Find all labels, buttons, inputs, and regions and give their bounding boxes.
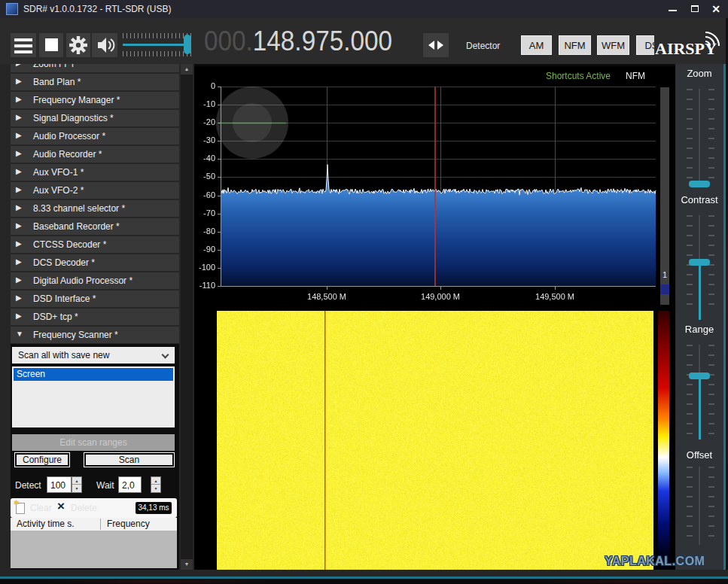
delete-button[interactable]: Delete xyxy=(71,503,97,513)
step-down-icon[interactable] xyxy=(428,41,434,50)
sidebar-item[interactable]: ▶CTCSS Decoder * xyxy=(11,236,179,253)
sidebar-item[interactable]: ▶Zoom FFT * xyxy=(11,64,179,72)
wait-input[interactable]: 2,0 xyxy=(118,476,142,493)
sidebar-item[interactable]: ▶Audio Recorder * xyxy=(11,146,179,163)
spectrum-canvas[interactable] xyxy=(194,66,675,309)
triangle-collapsed-icon: ▶ xyxy=(16,275,22,284)
triangle-collapsed-icon: ▶ xyxy=(16,131,22,139)
waterfall-canvas[interactable] xyxy=(217,311,653,570)
waterfall-display[interactable] xyxy=(194,309,675,570)
detector-label: Detector xyxy=(466,41,500,51)
yaplakal-watermark: YAPLAKAL.COM xyxy=(605,555,705,568)
sidebar-item[interactable]: ▶Frequency Manager * xyxy=(11,92,179,108)
triangle-collapsed-icon: ▶ xyxy=(16,95,22,103)
triangle-collapsed-icon: ▶ xyxy=(16,167,22,175)
sidebar-item-label: Frequency Scanner * xyxy=(33,330,118,340)
close-button[interactable]: ✕ xyxy=(708,3,724,15)
app-icon xyxy=(6,3,18,15)
volume-mute-button[interactable] xyxy=(92,33,117,57)
sidebar-item-label: Audio Processor * xyxy=(33,131,105,141)
volume-ruler-bottom xyxy=(123,51,193,56)
detect-spinner[interactable]: ▲▼ xyxy=(72,476,82,493)
frequency-step-buttons[interactable] xyxy=(423,33,449,57)
mode-button-nfm[interactable]: NFM xyxy=(559,35,591,55)
settings-gear-button[interactable] xyxy=(66,33,90,57)
wait-spinner[interactable]: ▲▼ xyxy=(151,476,161,493)
sidebar-item[interactable]: ▼Frequency Scanner * xyxy=(11,327,179,343)
sidebar-item[interactable]: ▶Aux VFO-2 * xyxy=(11,182,179,199)
scan-range-selected-item[interactable]: Screen xyxy=(14,368,173,381)
edit-scan-ranges-button[interactable]: Edit scan ranges xyxy=(12,434,175,451)
volume-slider[interactable] xyxy=(120,33,196,57)
zoom-slider-track[interactable] xyxy=(699,89,700,187)
display-controls-panel: ZoomContrastRangeOffset xyxy=(675,64,723,570)
sidebar-item[interactable]: ▶Signal Diagnostics * xyxy=(11,110,179,126)
spectrum-mode-label: NFM xyxy=(626,71,645,81)
scan-range-listbox[interactable]: Screen xyxy=(12,367,175,427)
offset-slider-track[interactable] xyxy=(699,467,700,545)
maximize-button[interactable] xyxy=(687,3,703,15)
sidebar-item[interactable]: ▶DCS Decoder * xyxy=(11,254,179,271)
range-slider-thumb[interactable] xyxy=(689,373,710,379)
stop-button[interactable] xyxy=(39,33,63,57)
triangle-collapsed-icon: ▶ xyxy=(16,203,22,211)
sidebar-item[interactable]: ▶DSD+ tcp * xyxy=(11,309,179,325)
sidebar-item[interactable]: ▶Audio Processor * xyxy=(11,128,179,144)
sidebar-item-label: Audio Recorder * xyxy=(33,149,102,160)
delete-x-icon[interactable]: × xyxy=(57,499,65,514)
sidebar-item[interactable]: ▶Aux VFO-1 * xyxy=(11,164,179,181)
sidebar-item-label: CTCSS Decoder * xyxy=(33,239,106,250)
sidebar-item-label: 8.33 channel selector * xyxy=(33,203,125,214)
step-up-icon[interactable] xyxy=(437,41,443,50)
band-indicator-bar[interactable]: 1 xyxy=(660,87,669,305)
triangle-collapsed-icon: ▶ xyxy=(16,185,22,193)
scroll-down-icon[interactable]: ▼ xyxy=(181,559,193,570)
sidebar-item[interactable]: ▶Band Plan * xyxy=(11,74,179,90)
frequency-display[interactable]: 000.148.975.000 xyxy=(204,24,392,59)
main-toolbar: 000.148.975.000 Detector AM NFM WFM DS A… xyxy=(0,18,728,64)
bottom-glow xyxy=(45,579,271,584)
sidebar-item-label: Aux VFO-1 * xyxy=(33,167,84,178)
sidebar-item[interactable]: ▶Baseband Recorder * xyxy=(11,218,179,235)
gear-icon xyxy=(66,33,90,57)
mode-button-am[interactable]: AM xyxy=(521,35,552,55)
menu-button[interactable] xyxy=(11,33,36,57)
minimize-button[interactable] xyxy=(664,3,681,15)
latency-badge: 34,13 ms xyxy=(136,502,172,514)
detect-input[interactable]: 100 xyxy=(47,476,72,493)
radio-waves-icon xyxy=(702,26,723,47)
clear-button[interactable]: Clear xyxy=(30,503,52,513)
bottom-strip xyxy=(0,570,728,576)
triangle-collapsed-icon: ▶ xyxy=(16,77,22,85)
sidebar-item[interactable]: ▶DSD Interface * xyxy=(11,290,179,307)
sidebar-item-label: Zoom FFT * xyxy=(33,64,81,69)
column-activity-time: Activity time s. xyxy=(17,519,75,529)
sidebar-scrollbar[interactable]: ▲ ▼ xyxy=(181,64,193,570)
sidebar-item[interactable]: ▶Digital Audio Processor * xyxy=(11,272,179,289)
sdr-sharp-window: SDR# v1.0.0.1732 - RTL-SDR (USB) ✕ xyxy=(0,0,728,584)
scan-button[interactable]: Scan xyxy=(84,452,175,467)
sidebar-item-label: Aux VFO-2 * xyxy=(33,185,84,196)
triangle-expanded-icon: ▼ xyxy=(16,330,23,338)
mode-button-wfm[interactable]: WFM xyxy=(597,35,629,55)
bottom-glow xyxy=(527,579,728,584)
volume-thumb[interactable] xyxy=(184,35,191,54)
plugin-list: ▶Zoom FFT *▶Band Plan *▶Frequency Manage… xyxy=(11,64,179,344)
sidebar-item[interactable]: ▶8.33 channel selector * xyxy=(11,200,179,217)
configure-button[interactable]: Configure xyxy=(14,452,70,467)
detect-label: Detect xyxy=(15,480,41,491)
zoom-slider-thumb[interactable] xyxy=(689,181,710,187)
activity-table-header: Activity time s. Frequency xyxy=(11,518,177,531)
sidebar-item-label: Signal Diagnostics * xyxy=(33,113,114,123)
wait-label: Wait xyxy=(96,480,114,491)
offset-slider-label: Offset xyxy=(675,449,723,461)
contrast-slider-thumb[interactable] xyxy=(689,259,710,266)
scan-mode-dropdown[interactable]: Scan all with save new xyxy=(12,347,175,363)
triangle-collapsed-icon: ▶ xyxy=(16,294,22,302)
new-file-icon[interactable]: ✶ xyxy=(16,503,25,514)
scroll-up-icon[interactable]: ▲ xyxy=(181,64,193,75)
frequency-scanner-panel: Scan all with save new Screen Edit scan … xyxy=(11,344,179,570)
spectrum-display[interactable]: Shortcuts Active NFM 1 xyxy=(194,66,675,309)
frequency-leading-zeros: 000. xyxy=(204,26,253,56)
activity-table-body xyxy=(11,531,177,568)
